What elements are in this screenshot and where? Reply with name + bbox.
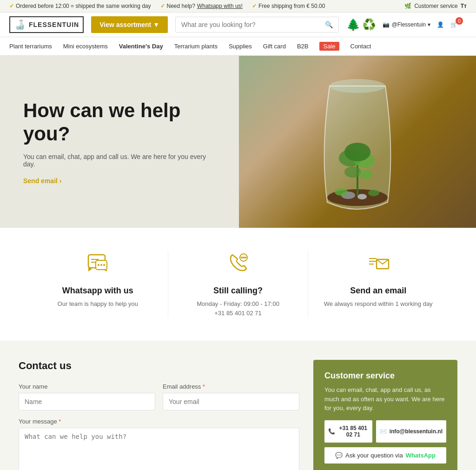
form-row-name-email: Your name Email address * xyxy=(19,383,299,410)
nav-item-plant-terrariums[interactable]: Plant terrariums xyxy=(9,43,52,50)
hero-subtitle: You can email, chat, app and call us. We… xyxy=(23,153,216,168)
fsc-icons: 🌲 ♻️ xyxy=(346,18,376,31)
message-label: Your message * xyxy=(19,418,299,425)
user-icon: 👤 xyxy=(437,21,444,28)
calling-method-hours: Monday - Friday: 09:00 - 17:00 xyxy=(197,299,279,309)
svg-point-11 xyxy=(368,190,379,196)
top-banner-left: ✓ Ordered before 12:00 = shipped the sam… xyxy=(9,3,325,9)
chevron-down-icon: ▾ xyxy=(428,21,430,28)
cs-buttons: 📞 +31 85 401 02 71 ✉️ info@blessentuin.n… xyxy=(324,420,446,443)
svg-point-7 xyxy=(344,143,370,161)
svg-point-10 xyxy=(335,188,348,196)
check-icon: ✓ xyxy=(9,3,14,9)
contact-method-whatsapp[interactable]: Whatsapp with us Our team is happy to he… xyxy=(28,251,168,318)
account-group[interactable]: 👤 xyxy=(437,21,444,28)
search-icon[interactable]: 🔍 xyxy=(325,21,333,28)
whatsapp-method-title: Whatsapp with us xyxy=(62,286,133,296)
nav-item-valentines-day[interactable]: Valentine's Day xyxy=(119,43,163,50)
logo-area: 🍶 FLESSENTUIN xyxy=(9,16,84,33)
logo-text: FLESSENTUIN xyxy=(29,21,79,28)
nav-item-mini-ecosystems[interactable]: Mini ecosystems xyxy=(63,43,108,50)
message-textarea[interactable] xyxy=(19,428,299,470)
calling-method-title: Still calling? xyxy=(213,286,263,296)
top-banner: ✓ Ordered before 12:00 = shipped the sam… xyxy=(0,0,476,13)
banner-freeshipping-text: Free shipping from € 50.00 xyxy=(258,3,325,9)
navigation: Plant terrariums Mini ecosystems Valenti… xyxy=(0,37,476,56)
svg-point-18 xyxy=(103,264,105,266)
search-input[interactable] xyxy=(181,21,321,28)
cart-group[interactable]: 🛒 0 xyxy=(450,21,467,28)
nav-item-gift-card[interactable]: Gift card xyxy=(263,43,286,50)
banner-help-prefix: Need help? xyxy=(167,3,195,9)
send-email-link[interactable]: Send email › xyxy=(23,177,216,185)
message-field-group: Your message * xyxy=(19,418,299,470)
cs-whatsapp-button[interactable]: 💬 Ask your question via WhatsApp xyxy=(324,447,446,463)
message-required-marker: * xyxy=(59,418,61,425)
instagram-group[interactable]: 📷 @Flessentuin ▾ xyxy=(383,21,430,28)
banner-item-shipping: ✓ Ordered before 12:00 = shipped the sam… xyxy=(9,3,151,9)
cs-card-title: Customer service xyxy=(324,371,446,381)
view-assortment-button[interactable]: View assortment ▼ xyxy=(91,16,168,33)
phone-icon: 📞 xyxy=(328,428,335,435)
cs-phone-label: +31 85 401 02 71 xyxy=(338,425,369,438)
check-icon-2: ✓ xyxy=(160,3,165,9)
logo[interactable]: 🍶 FLESSENTUIN xyxy=(9,16,84,33)
fsc-icon: 🌲 xyxy=(346,18,360,31)
instagram-handle: @Flessentuin xyxy=(391,21,426,28)
email-method-title: Send an email xyxy=(350,286,406,296)
svg-point-9 xyxy=(359,170,373,179)
hero-image-placeholder xyxy=(239,56,476,228)
customer-service-label[interactable]: Customer service xyxy=(414,3,457,9)
nav-item-b2b[interactable]: B2B xyxy=(297,43,309,50)
top-banner-right: 🌿 Customer service Tт xyxy=(404,3,467,9)
cart-badge: 0 xyxy=(456,17,463,25)
cs-email-button[interactable]: ✉️ info@blessentuin.nl xyxy=(376,420,446,443)
nav-item-contact[interactable]: Contact xyxy=(350,43,371,50)
font-size-icon[interactable]: Tт xyxy=(461,3,467,9)
whatsapp-icon xyxy=(86,251,110,279)
nav-item-terrarium-plants[interactable]: Terrarium plants xyxy=(174,43,218,50)
email-input[interactable] xyxy=(163,393,299,410)
leaf-icon: 🌿 xyxy=(404,3,411,9)
view-assortment-label: View assortment ▼ xyxy=(99,21,159,28)
customer-service-card: Customer service You can email, chat, ap… xyxy=(313,360,457,470)
banner-whatsapp-link[interactable]: Whatsapp with us! xyxy=(197,3,243,9)
email-label: Email address * xyxy=(163,383,299,390)
email-field-group: Email address * xyxy=(163,383,299,410)
sidebar: Customer service You can email, chat, ap… xyxy=(313,360,457,470)
hero-title: How can we help you? xyxy=(23,99,216,146)
main-content: Contact us Your name Email address * You… xyxy=(9,341,467,470)
svg-point-3 xyxy=(357,194,367,199)
contact-method-calling[interactable]: Still calling? Monday - Friday: 09:00 - … xyxy=(168,251,309,318)
name-field-group: Your name xyxy=(19,383,155,410)
email-method-desc: We always respond within 1 working day xyxy=(324,299,433,309)
phone-icon xyxy=(226,251,250,279)
header: 🍶 FLESSENTUIN View assortment ▼ 🔍 🌲 ♻️ 📷… xyxy=(0,13,476,37)
svg-point-22 xyxy=(245,257,246,258)
phone-method-icon xyxy=(226,251,250,275)
hero-image xyxy=(239,56,476,228)
cs-phone-button[interactable]: 📞 +31 85 401 02 71 xyxy=(324,420,372,443)
whatsapp-brand: WhatsApp xyxy=(406,452,436,459)
hero-left: How can we help you? You can email, chat… xyxy=(0,56,239,228)
svg-point-8 xyxy=(344,166,361,178)
envelope-icon: ✉️ xyxy=(380,428,387,435)
banner-item-freeshipping: ✓ Free shipping from € 50.00 xyxy=(252,3,325,9)
name-input[interactable] xyxy=(19,393,155,410)
email-required-marker: * xyxy=(203,383,205,390)
svg-point-21 xyxy=(243,257,245,258)
email-method-icon xyxy=(366,251,390,275)
whatsapp-method-icon xyxy=(86,251,110,275)
hero-section: How can we help you? You can email, chat… xyxy=(0,56,476,228)
contact-form-heading: Contact us xyxy=(19,360,299,372)
instagram-icon: 📷 xyxy=(383,21,390,28)
whatsapp-icon-small: 💬 xyxy=(335,452,343,459)
recycled-icon: ♻️ xyxy=(362,18,376,31)
search-bar[interactable]: 🔍 xyxy=(175,17,339,33)
nav-item-supplies[interactable]: Supplies xyxy=(229,43,252,50)
contact-method-email[interactable]: Send an email We always respond within 1… xyxy=(308,251,448,318)
whatsapp-method-desc: Our team is happy to help you xyxy=(58,299,138,309)
contact-methods-section: Whatsapp with us Our team is happy to he… xyxy=(0,228,476,341)
nav-item-sale[interactable]: Sale xyxy=(319,42,339,51)
name-label: Your name xyxy=(19,383,155,390)
